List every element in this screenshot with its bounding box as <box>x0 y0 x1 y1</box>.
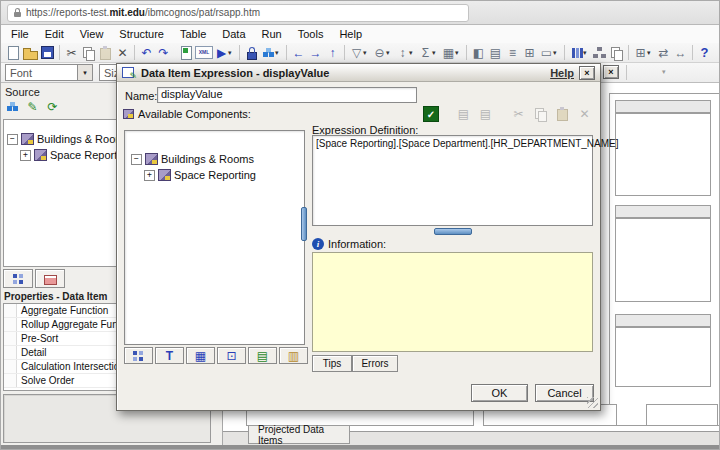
bookmarks-tab[interactable]: ▥ <box>279 347 308 364</box>
menu-help[interactable]: Help <box>331 26 370 42</box>
menu-edit[interactable]: Edit <box>37 26 72 42</box>
undo-icon[interactable]: ↶ <box>138 45 155 61</box>
menu-file[interactable]: File <box>3 26 37 42</box>
ok-button[interactable]: OK <box>471 384 528 402</box>
drop-zone-box <box>646 404 718 426</box>
new-report-icon[interactable] <box>5 45 22 61</box>
refresh-package-icon[interactable]: ⟳ <box>44 99 61 115</box>
menu-data[interactable]: Data <box>214 26 253 42</box>
pivot-icon[interactable]: ↔ <box>672 45 689 61</box>
chart-icon[interactable] <box>568 45 585 61</box>
container-icon[interactable]: ⊞ <box>521 45 538 61</box>
tips-tab[interactable]: Tips <box>312 355 352 372</box>
cancel-button[interactable]: Cancel <box>535 384 594 402</box>
data-items-tab[interactable]: T <box>155 347 184 364</box>
information-label: Information: <box>328 238 386 250</box>
collapse-icon[interactable]: − <box>7 134 18 145</box>
style-picker-caret-icon[interactable]: ▾ <box>662 68 670 76</box>
swap-rows-columns-icon[interactable]: ⇄ <box>655 45 672 61</box>
page-layers-icon[interactable]: ▭ <box>538 45 555 61</box>
run-report-icon[interactable]: ▶ <box>213 45 230 61</box>
toolbar-separator <box>692 45 693 60</box>
help-icon[interactable]: ? <box>696 45 713 61</box>
macros-tab[interactable]: ▤ <box>248 347 277 364</box>
menu-run[interactable]: Run <box>254 26 290 42</box>
validate-expression-icon[interactable]: ✓ <box>423 106 439 122</box>
components-tree-root-label: Buildings & Rooms <box>161 153 254 165</box>
vertical-splitter-handle[interactable] <box>301 207 307 241</box>
menu-table[interactable]: Table <box>172 26 214 42</box>
redo-icon[interactable]: ▤ <box>477 106 494 122</box>
font-select-caret-icon[interactable]: ▾ <box>77 65 92 80</box>
model-squares-icon <box>10 271 27 287</box>
url-text: https://reports-test.mit.edu/ibmcognos/p… <box>26 7 260 18</box>
insert-package-icon[interactable] <box>260 45 277 61</box>
section-icon[interactable]: ◧ <box>470 45 487 61</box>
info-icon: i <box>312 238 324 250</box>
toolbar-separator <box>466 45 467 60</box>
toolbar-separator <box>344 45 345 60</box>
borders-icon[interactable]: ▦ <box>440 45 457 61</box>
parameters-icon: ⊡ <box>223 348 240 364</box>
insert-table-icon[interactable]: ▤ <box>487 45 504 61</box>
sort-icon[interactable]: ↕ <box>394 45 411 61</box>
paste-icon[interactable] <box>97 45 114 61</box>
group-items-icon[interactable] <box>591 45 608 61</box>
clear-style-button[interactable]: × <box>603 65 619 79</box>
components-tree-root-row[interactable]: − Buildings & Rooms <box>131 153 304 165</box>
toolbox-icon <box>42 271 59 287</box>
projected-data-items-tab[interactable]: Projected Data Items <box>248 426 350 444</box>
horizontal-splitter-handle[interactable] <box>434 228 472 235</box>
suppress-icon[interactable]: ⊖ <box>371 45 388 61</box>
expand-icon[interactable]: + <box>20 150 31 161</box>
errors-tab[interactable]: Errors <box>352 355 398 372</box>
source-view-icon[interactable] <box>4 99 21 115</box>
open-report-icon[interactable] <box>22 45 39 61</box>
font-select[interactable]: Font ▾ <box>5 64 93 81</box>
resize-grip[interactable] <box>587 397 598 408</box>
menu-tools[interactable]: Tools <box>290 26 332 42</box>
filter-icon[interactable]: ▽ <box>348 45 365 61</box>
macros-icon: ▤ <box>254 348 271 364</box>
back-icon[interactable]: ← <box>290 45 307 61</box>
summarize-icon[interactable]: Σ <box>417 45 434 61</box>
toolbar-separator <box>564 45 565 60</box>
toolbox-tab[interactable] <box>35 269 65 288</box>
table-style-icon[interactable]: ⊞ <box>632 45 649 61</box>
validate-report-icon[interactable] <box>178 45 195 61</box>
copy-icon[interactable] <box>80 45 97 61</box>
help-link[interactable]: Help <box>550 67 574 79</box>
headers-footers-icon[interactable]: ≡ <box>504 45 521 61</box>
xml-icon[interactable]: XML <box>195 46 213 59</box>
go-up-icon[interactable]: ↑ <box>324 45 341 61</box>
collapse-icon[interactable]: − <box>131 154 142 165</box>
source-tab[interactable] <box>3 269 33 288</box>
expression-editor[interactable]: [Space Reporting].[Space Department].[HR… <box>312 135 593 226</box>
duplicate-icon[interactable] <box>608 45 625 61</box>
paste-icon[interactable] <box>554 106 571 122</box>
cut-icon[interactable]: ✂ <box>510 106 527 122</box>
components-tree-child-row[interactable]: + Space Reporting <box>144 169 304 181</box>
redo-icon[interactable]: ↷ <box>155 45 172 61</box>
model-tab[interactable] <box>124 347 153 364</box>
cut-icon[interactable]: ✂ <box>63 45 80 61</box>
undo-icon[interactable]: ▤ <box>455 106 472 122</box>
edit-package-icon[interactable]: ✎ <box>24 99 41 115</box>
clear-style-x-icon: × <box>603 65 619 79</box>
lock-icon[interactable] <box>243 45 260 61</box>
delete-icon[interactable]: ✕ <box>114 45 131 61</box>
parameters-tab[interactable]: ⊡ <box>217 347 246 364</box>
delete-icon[interactable]: ✕ <box>576 106 593 122</box>
close-icon[interactable]: × <box>579 66 595 80</box>
menu-view[interactable]: View <box>72 26 112 42</box>
toolbar-separator <box>628 45 629 60</box>
save-report-icon[interactable] <box>39 45 56 61</box>
menu-structure[interactable]: Structure <box>111 26 172 42</box>
functions-tab[interactable]: ▦ <box>186 347 215 364</box>
copy-icon[interactable] <box>532 106 549 122</box>
forward-icon[interactable]: → <box>307 45 324 61</box>
name-input[interactable]: displayValue <box>157 87 417 103</box>
url-field[interactable]: https://reports-test.mit.edu/ibmcognos/p… <box>7 4 469 22</box>
expand-icon[interactable]: + <box>144 170 155 181</box>
toolbar-separator <box>134 45 135 60</box>
